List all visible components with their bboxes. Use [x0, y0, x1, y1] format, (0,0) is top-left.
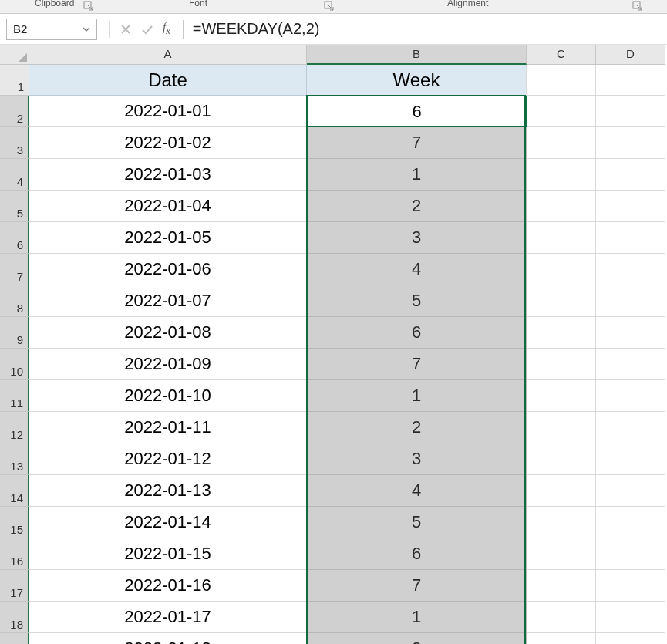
cell[interactable]: 2022-01-02	[29, 127, 307, 159]
cell[interactable]: 2022-01-14	[29, 507, 307, 538]
cell[interactable]	[527, 602, 596, 633]
cell[interactable]	[527, 96, 596, 127]
cell[interactable]	[596, 380, 665, 412]
row-header-8[interactable]: 8	[0, 285, 29, 317]
cell[interactable]: Week	[307, 65, 527, 96]
formula-input[interactable]	[188, 19, 661, 40]
row-header-14[interactable]: 14	[0, 475, 29, 507]
cell[interactable]	[596, 538, 665, 570]
dialog-launcher-icon[interactable]	[632, 1, 643, 12]
cell[interactable]	[527, 159, 596, 191]
cell[interactable]	[596, 633, 665, 644]
row-header-1[interactable]: 1	[0, 65, 29, 96]
cell[interactable]	[527, 254, 596, 285]
cell[interactable]: 7	[307, 349, 527, 380]
cell[interactable]: 3	[307, 222, 527, 254]
cell[interactable]: 2022-01-06	[29, 254, 307, 285]
cell[interactable]	[527, 633, 596, 644]
row-header-12[interactable]: 12	[0, 412, 29, 443]
cell[interactable]	[596, 159, 665, 191]
cell[interactable]	[527, 443, 596, 475]
cell[interactable]	[527, 570, 596, 602]
cell[interactable]: 3	[307, 443, 527, 475]
column-headers[interactable]: ABCD	[29, 45, 665, 65]
cell[interactable]	[596, 349, 665, 380]
column-header-B[interactable]: B	[307, 45, 527, 65]
cell[interactable]: 2022-01-05	[29, 222, 307, 254]
dialog-launcher-icon[interactable]	[83, 1, 94, 12]
row-header-13[interactable]: 13	[0, 443, 29, 475]
active-cell[interactable]: 6	[307, 96, 527, 127]
cell[interactable]	[527, 412, 596, 443]
cell[interactable]: 2	[307, 412, 527, 443]
cell[interactable]	[596, 191, 665, 222]
cell[interactable]	[596, 443, 665, 475]
cell[interactable]	[596, 602, 665, 633]
cell[interactable]: 2022-01-08	[29, 317, 307, 349]
cell[interactable]: 2022-01-13	[29, 475, 307, 507]
cell[interactable]	[596, 412, 665, 443]
cell[interactable]: 4	[307, 475, 527, 507]
column-header-A[interactable]: A	[29, 45, 307, 65]
cell[interactable]: 6	[307, 538, 527, 570]
cell[interactable]	[596, 254, 665, 285]
dialog-launcher-icon[interactable]	[324, 1, 335, 12]
cell[interactable]: 2	[307, 633, 527, 644]
cell[interactable]	[527, 285, 596, 317]
cell[interactable]: 4	[307, 254, 527, 285]
row-header-7[interactable]: 7	[0, 254, 29, 285]
row-headers[interactable]: 1234567891011121314151617181920	[0, 65, 29, 644]
cell[interactable]	[527, 191, 596, 222]
cell[interactable]	[596, 127, 665, 159]
row-header-6[interactable]: 6	[0, 222, 29, 254]
cell[interactable]: 5	[307, 507, 527, 538]
cell[interactable]	[596, 96, 665, 127]
select-all-triangle[interactable]	[0, 45, 29, 65]
cell[interactable]: 6	[307, 317, 527, 349]
cell[interactable]: Date	[29, 65, 307, 96]
cell[interactable]	[596, 507, 665, 538]
fx-icon[interactable]: fx	[163, 21, 170, 37]
cell[interactable]: 2022-01-10	[29, 380, 307, 412]
cell[interactable]: 1	[307, 380, 527, 412]
column-header-C[interactable]: C	[527, 45, 596, 65]
cancel-icon[interactable]	[120, 23, 132, 35]
row-header-18[interactable]: 18	[0, 602, 29, 633]
row-header-5[interactable]: 5	[0, 191, 29, 222]
row-header-9[interactable]: 9	[0, 317, 29, 349]
row-header-4[interactable]: 4	[0, 159, 29, 191]
row-header-3[interactable]: 3	[0, 127, 29, 159]
cell[interactable]: 2022-01-11	[29, 412, 307, 443]
cell[interactable]	[527, 65, 596, 96]
cell[interactable]: 2022-01-07	[29, 285, 307, 317]
row-header-11[interactable]: 11	[0, 380, 29, 412]
cell[interactable]: 2022-01-16	[29, 570, 307, 602]
cell[interactable]: 2022-01-03	[29, 159, 307, 191]
cell[interactable]: 5	[307, 285, 527, 317]
cell[interactable]	[527, 222, 596, 254]
chevron-down-icon[interactable]	[83, 22, 90, 35]
cell[interactable]	[527, 317, 596, 349]
cell[interactable]: 2	[307, 191, 527, 222]
cell[interactable]: 2022-01-15	[29, 538, 307, 570]
cell[interactable]	[527, 380, 596, 412]
cell[interactable]: 2022-01-12	[29, 443, 307, 475]
cell[interactable]	[596, 317, 665, 349]
cell[interactable]	[596, 65, 665, 96]
cell[interactable]	[527, 475, 596, 507]
cells-area[interactable]: DateWeek2022-01-0162022-01-0272022-01-03…	[29, 65, 665, 644]
cell[interactable]: 2022-01-09	[29, 349, 307, 380]
cell[interactable]: 1	[307, 602, 527, 633]
cell[interactable]	[596, 570, 665, 602]
column-header-D[interactable]: D	[596, 45, 665, 65]
row-header-15[interactable]: 15	[0, 507, 29, 538]
row-header-17[interactable]: 17	[0, 570, 29, 602]
cell[interactable]	[527, 349, 596, 380]
cell[interactable]: 7	[307, 127, 527, 159]
cell[interactable]: 7	[307, 570, 527, 602]
enter-icon[interactable]	[141, 23, 153, 35]
cell[interactable]: 2022-01-01	[29, 96, 307, 127]
cell[interactable]: 2022-01-04	[29, 191, 307, 222]
name-box[interactable]: B2	[6, 19, 97, 40]
cell[interactable]	[596, 222, 665, 254]
